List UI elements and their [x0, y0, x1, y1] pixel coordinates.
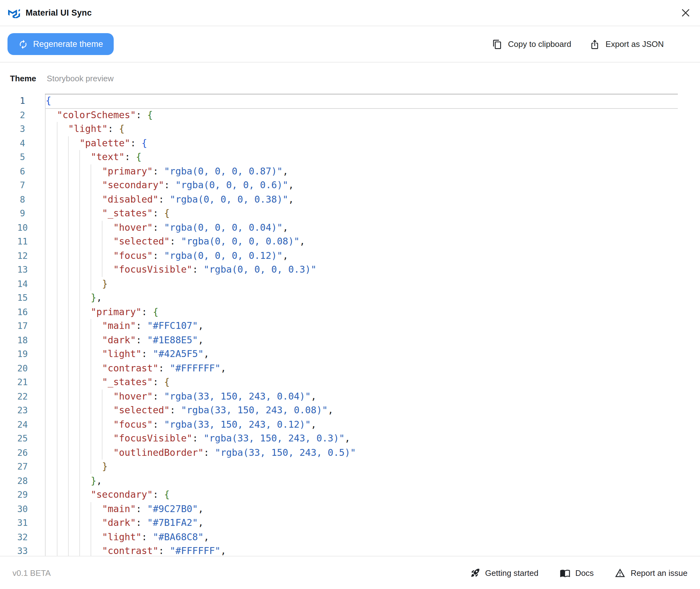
code-line: 23 "selected": "rgba(33, 150, 243, 0.08)… — [0, 403, 700, 417]
code-line: 15 }, — [0, 291, 700, 305]
book-icon — [560, 567, 570, 578]
footer-links: Getting started Docs Report an issue — [470, 567, 688, 578]
code-line: 16 "primary": { — [0, 305, 700, 319]
code-line: 19 "light": "#42A5F5", — [0, 347, 700, 361]
sync-icon — [18, 39, 28, 49]
code-line: 25 "focusVisible": "rgba(33, 150, 243, 0… — [0, 431, 700, 445]
screenshot-stage: Material UI Sync Regenerate theme Copy t… — [0, 0, 700, 589]
line-number: 16 — [0, 305, 45, 319]
docs-link[interactable]: Docs — [560, 567, 594, 578]
code-line: 3 "light": { — [0, 122, 700, 136]
line-number: 22 — [0, 389, 45, 403]
plugin-header: Material UI Sync — [0, 0, 700, 26]
copy-to-clipboard-label: Copy to clipboard — [508, 39, 571, 49]
code-line: 30 "main": "#9C27B0", — [0, 502, 700, 516]
code-line: 9 "_states": { — [0, 206, 700, 220]
code-line: 31 "dark": "#7B1FA2", — [0, 516, 700, 530]
code-content: 1{2 "colorSchemes": {3 "light": {4 "pale… — [0, 94, 700, 556]
line-number: 25 — [0, 431, 45, 445]
getting-started-link[interactable]: Getting started — [470, 568, 539, 578]
line-number: 19 — [0, 347, 45, 361]
export-icon — [590, 39, 600, 49]
toolbar: Regenerate theme Copy to clipboard Expor… — [0, 26, 700, 62]
line-number: 9 — [0, 206, 45, 220]
material-ui-logo-icon — [8, 8, 20, 18]
line-number: 10 — [0, 220, 45, 234]
code-line: 11 "selected": "rgba(0, 0, 0, 0.08)", — [0, 234, 700, 248]
code-line: 28 }, — [0, 474, 700, 488]
code-line: 32 "light": "#BA68C8", — [0, 530, 700, 544]
plugin-title: Material UI Sync — [26, 8, 92, 17]
code-line: 6 "primary": "rgba(0, 0, 0, 0.87)", — [0, 164, 700, 178]
line-number: 32 — [0, 530, 45, 544]
tab-bar: Theme Storybook preview — [0, 62, 700, 94]
line-number: 15 — [0, 291, 45, 305]
code-line: 17 "main": "#FFC107", — [0, 319, 700, 333]
code-line: 8 "disabled": "rgba(0, 0, 0, 0.38)", — [0, 192, 700, 206]
code-line: 13 "focusVisible": "rgba(0, 0, 0, 0.3)" — [0, 262, 700, 277]
line-number: 7 — [0, 178, 45, 192]
line-number: 11 — [0, 234, 45, 248]
line-number: 5 — [0, 150, 45, 164]
line-number: 12 — [0, 248, 45, 262]
line-number: 17 — [0, 319, 45, 333]
report-an-issue-link[interactable]: Report an issue — [615, 567, 688, 578]
line-number: 6 — [0, 164, 45, 178]
plugin-footer: v0.1 BETA Getting started Docs Report an… — [0, 556, 700, 589]
export-as-json-button[interactable]: Export as JSON — [590, 39, 664, 49]
regenerate-theme-button[interactable]: Regenerate theme — [7, 33, 114, 55]
line-number: 30 — [0, 502, 45, 516]
code-line: 21 "_states": { — [0, 375, 700, 389]
code-line: 20 "contrast": "#FFFFFF", — [0, 361, 700, 375]
line-number: 29 — [0, 488, 45, 502]
report-an-issue-label: Report an issue — [631, 568, 688, 577]
code-line: 29 "secondary": { — [0, 488, 700, 502]
rocket-icon — [470, 568, 480, 578]
line-number: 33 — [0, 544, 45, 556]
code-line: 26 "outlinedBorder": "rgba(33, 150, 243,… — [0, 445, 700, 459]
line-number: 31 — [0, 516, 45, 530]
line-number: 4 — [0, 136, 45, 150]
code-line: 10 "hover": "rgba(0, 0, 0, 0.04)", — [0, 220, 700, 234]
line-number: 14 — [0, 277, 45, 291]
line-number: 26 — [0, 445, 45, 459]
line-number: 27 — [0, 459, 45, 474]
line-number: 2 — [0, 108, 45, 122]
tab-storybook-preview[interactable]: Storybook preview — [47, 73, 114, 83]
code-line: 33 "contrast": "#FFFFFF", — [0, 544, 700, 556]
code-line: 14 } — [0, 277, 700, 291]
code-line: 22 "hover": "rgba(33, 150, 243, 0.04)", — [0, 389, 700, 403]
docs-label: Docs — [575, 568, 594, 577]
line-number: 24 — [0, 417, 45, 431]
version-label: v0.1 BETA — [12, 568, 51, 577]
code-line: 1{ — [0, 94, 700, 108]
plugin-window: Material UI Sync Regenerate theme Copy t… — [0, 0, 700, 589]
regenerate-theme-label: Regenerate theme — [33, 39, 103, 49]
line-number: 3 — [0, 122, 45, 136]
close-icon — [682, 9, 690, 17]
copy-icon — [492, 39, 502, 49]
line-number: 21 — [0, 375, 45, 389]
code-line: 4 "palette": { — [0, 136, 700, 150]
line-number: 18 — [0, 333, 45, 347]
code-line: 5 "text": { — [0, 150, 700, 164]
code-line: 27 } — [0, 459, 700, 474]
toolbar-actions: Copy to clipboard Export as JSON — [492, 39, 664, 49]
code-editor[interactable]: 1{2 "colorSchemes": {3 "light": {4 "pale… — [0, 94, 700, 556]
line-number: 20 — [0, 361, 45, 375]
tab-theme[interactable]: Theme — [10, 73, 36, 83]
code-line: 12 "focus": "rgba(0, 0, 0, 0.12)", — [0, 248, 700, 262]
export-as-json-label: Export as JSON — [606, 39, 664, 49]
code-line: 7 "secondary": "rgba(0, 0, 0, 0.6)", — [0, 178, 700, 192]
close-button[interactable] — [679, 7, 692, 19]
code-line: 18 "dark": "#1E88E5", — [0, 333, 700, 347]
getting-started-label: Getting started — [485, 568, 539, 577]
copy-to-clipboard-button[interactable]: Copy to clipboard — [492, 39, 571, 49]
line-number: 1 — [0, 94, 45, 108]
code-line: 2 "colorSchemes": { — [0, 108, 700, 122]
line-number: 8 — [0, 192, 45, 206]
line-number: 13 — [0, 262, 45, 277]
line-number: 23 — [0, 403, 45, 417]
warning-icon — [615, 567, 626, 578]
line-number: 28 — [0, 474, 45, 488]
